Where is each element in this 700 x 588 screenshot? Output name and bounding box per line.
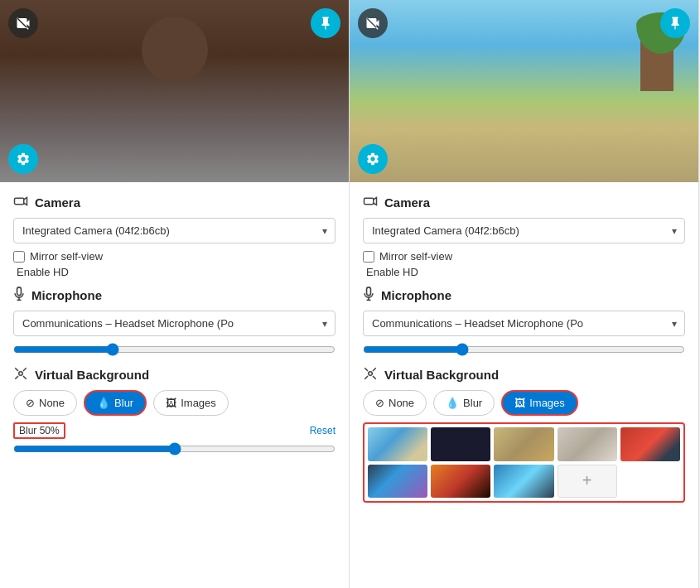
blur-icon-left: 💧 — [97, 397, 110, 409]
right-mic-level-slider[interactable] — [363, 343, 685, 356]
right-vbg-section: Virtual Background ⊘ None 💧 Blur 🖼 Image… — [363, 366, 685, 503]
right-vbg-none-label: None — [389, 397, 414, 409]
image-thumb-room[interactable] — [558, 427, 617, 461]
svg-rect-1 — [17, 287, 22, 296]
left-mic-level-slider[interactable] — [13, 343, 336, 356]
left-vbg-buttons: ⊘ None 💧 Blur 🖼 Images — [13, 390, 336, 416]
left-blur-slider[interactable] — [13, 442, 336, 455]
left-mirror-row: Mirror self-view — [13, 250, 336, 263]
left-video-toggle-button[interactable] — [8, 8, 38, 38]
svg-rect-6 — [367, 287, 371, 296]
right-vbg-none-button[interactable]: ⊘ None — [363, 390, 427, 416]
left-camera-dropdown-wrapper: Integrated Camera (04f2:b6cb) ▾ — [13, 218, 336, 243]
right-mic-label: Microphone — [381, 288, 451, 302]
left-camera-title: Camera — [13, 194, 336, 211]
right-panel: Camera Integrated Camera (04f2:b6cb) ▾ M… — [350, 0, 699, 588]
image-thumb-blue-hills[interactable] — [494, 465, 553, 499]
right-enable-hd: Enable HD — [366, 266, 685, 278]
right-vbg-title: Virtual Background — [363, 366, 685, 383]
right-vbg-label: Virtual Background — [384, 368, 499, 382]
right-pin-button[interactable] — [660, 8, 690, 38]
right-mic-section: Microphone Communications – Headset Micr… — [363, 287, 685, 359]
left-mirror-label: Mirror self-view — [30, 250, 103, 263]
left-camera-dropdown[interactable]: Integrated Camera (04f2:b6cb) — [13, 218, 336, 243]
left-mic-dropdown[interactable]: Communications – Headset Microphone (Po — [13, 311, 336, 336]
right-mirror-label: Mirror self-view — [379, 250, 452, 263]
svg-point-4 — [19, 372, 23, 376]
left-settings-button[interactable] — [8, 144, 38, 174]
left-vbg-blur-label: Blur — [114, 397, 133, 409]
left-enable-hd: Enable HD — [17, 266, 336, 278]
left-settings-area: Camera Integrated Camera (04f2:b6cb) ▾ M… — [0, 182, 349, 467]
blur-icon-right: 💧 — [446, 397, 459, 409]
right-mic-dropdown[interactable]: Communications – Headset Microphone (Po — [363, 311, 685, 336]
left-vbg-label: Virtual Background — [35, 368, 149, 382]
right-camera-title: Camera — [363, 194, 685, 211]
right-mirror-checkbox[interactable] — [363, 251, 374, 263]
left-vbg-none-label: None — [39, 397, 65, 409]
left-vbg-images-button[interactable]: 🖼 Images — [153, 390, 229, 416]
camera-icon-right — [363, 194, 378, 211]
left-mic-label: Microphone — [31, 288, 102, 302]
left-mic-section: Microphone Communications – Headset Micr… — [13, 287, 336, 359]
mic-icon-right — [363, 287, 374, 304]
right-mic-dropdown-wrapper: Communications – Headset Microphone (Po … — [363, 311, 685, 336]
left-camera-label: Camera — [35, 195, 80, 210]
right-mic-slider-row — [363, 343, 685, 359]
left-vbg-blur-button[interactable]: 💧 Blur — [84, 390, 147, 416]
right-camera-dropdown-wrapper: Integrated Camera (04f2:b6cb) ▾ — [363, 218, 685, 243]
left-video-preview — [0, 0, 349, 182]
images-icon-right: 🖼 — [514, 397, 525, 409]
left-reset-link[interactable]: Reset — [310, 425, 336, 436]
left-vbg-images-label: Images — [181, 397, 216, 409]
none-icon-right: ⊘ — [375, 397, 384, 409]
right-mirror-row: Mirror self-view — [363, 250, 685, 263]
right-video-toggle-button[interactable] — [358, 8, 388, 38]
right-mic-title: Microphone — [363, 287, 685, 304]
left-blur-label-row: Blur 50% Reset — [13, 422, 336, 439]
left-vbg-title: Virtual Background — [13, 366, 336, 383]
right-vbg-blur-button[interactable]: 💧 Blur — [433, 390, 495, 416]
right-vbg-blur-label: Blur — [463, 397, 482, 409]
mic-icon-left — [13, 287, 25, 304]
camera-icon — [13, 194, 28, 211]
images-icon-left: 🖼 — [166, 397, 176, 409]
svg-rect-5 — [364, 198, 374, 205]
right-vbg-images-button[interactable]: 🖼 Images — [501, 390, 578, 416]
right-vbg-buttons: ⊘ None 💧 Blur 🖼 Images — [363, 390, 685, 416]
right-image-grid: + — [363, 422, 685, 503]
left-panel: Camera Integrated Camera (04f2:b6cb) ▾ M… — [0, 0, 350, 588]
image-thumb-texture[interactable] — [494, 427, 553, 461]
left-vbg-none-button[interactable]: ⊘ None — [13, 390, 77, 416]
left-mirror-checkbox[interactable] — [13, 251, 25, 263]
left-mic-dropdown-wrapper: Communications – Headset Microphone (Po … — [13, 311, 336, 336]
svg-point-9 — [369, 372, 373, 376]
image-thumb-beach[interactable] — [368, 427, 427, 461]
right-camera-dropdown[interactable]: Integrated Camera (04f2:b6cb) — [363, 218, 685, 243]
image-thumb-dark[interactable] — [431, 427, 490, 461]
left-blur-label: Blur 50% — [13, 422, 65, 439]
vbg-icon-left — [13, 366, 28, 383]
image-thumb-purple[interactable] — [368, 465, 427, 499]
left-vbg-section: Virtual Background ⊘ None 💧 Blur 🖼 Image… — [13, 366, 336, 459]
right-video-preview — [350, 0, 698, 182]
left-mic-title: Microphone — [13, 287, 336, 304]
right-vbg-images-label: Images — [529, 397, 565, 409]
image-thumb-fire[interactable] — [431, 465, 490, 499]
none-icon-left: ⊘ — [26, 397, 35, 409]
image-thumb-red[interactable] — [620, 427, 680, 461]
svg-rect-0 — [15, 198, 24, 205]
right-camera-label: Camera — [384, 195, 430, 210]
right-settings-button[interactable] — [358, 144, 388, 174]
image-thumb-add-button[interactable]: + — [558, 465, 617, 499]
left-mic-slider-row — [13, 343, 336, 359]
right-settings-area: Camera Integrated Camera (04f2:b6cb) ▾ M… — [350, 182, 698, 511]
vbg-icon-right — [363, 366, 378, 383]
left-pin-button[interactable] — [311, 8, 340, 38]
